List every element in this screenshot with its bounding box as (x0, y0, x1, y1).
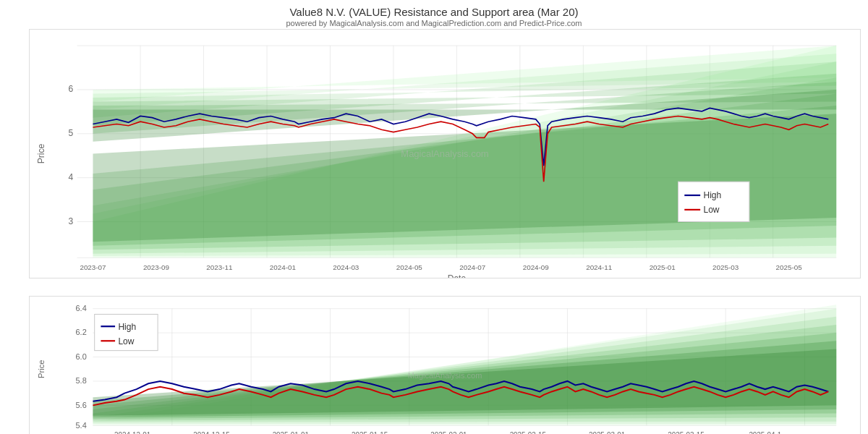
svg-text:5: 5 (68, 128, 73, 138)
svg-text:High: High (118, 321, 136, 331)
svg-text:2025-03-15: 2025-03-15 (668, 431, 705, 434)
svg-rect-47 (678, 182, 749, 221)
top-chart-wrapper: MagicalAnalysis.com (29, 29, 861, 278)
svg-text:2024-03: 2024-03 (333, 263, 359, 271)
svg-text:4: 4 (68, 172, 73, 182)
bottom-chart-wrapper: MagicalAnalysis.com 6 (29, 296, 861, 434)
svg-text:Low: Low (118, 336, 134, 346)
svg-text:2024-07: 2024-07 (459, 263, 485, 271)
svg-text:2023-09: 2023-09 (143, 263, 170, 271)
svg-text:2024-09: 2024-09 (523, 263, 550, 271)
svg-text:Price: Price (36, 143, 46, 163)
svg-text:Price: Price (37, 359, 46, 378)
svg-text:Date: Date (448, 273, 467, 278)
svg-text:2024-05: 2024-05 (396, 263, 423, 271)
svg-text:6: 6 (68, 84, 73, 94)
svg-text:2024-12-01: 2024-12-01 (114, 431, 151, 434)
svg-text:2024-11: 2024-11 (586, 263, 613, 271)
top-chart-svg: 6 5 4 3 2023-07 2023-09 2023-11 2024-01 … (30, 30, 860, 278)
svg-text:2023-11: 2023-11 (206, 263, 233, 271)
svg-text:Low: Low (704, 205, 720, 215)
svg-text:2025-02-15: 2025-02-15 (510, 431, 547, 434)
svg-text:High: High (704, 190, 722, 200)
svg-text:2025-03-01: 2025-03-01 (589, 431, 626, 434)
svg-text:6.2: 6.2 (76, 328, 87, 336)
svg-text:6.4: 6.4 (76, 304, 87, 312)
svg-text:2023-07: 2023-07 (80, 263, 106, 271)
svg-text:5.4: 5.4 (76, 420, 87, 429)
title-area: Value8 N.V. (VALUE) Resistance and Suppo… (0, 0, 868, 29)
main-title: Value8 N.V. (VALUE) Resistance and Suppo… (0, 6, 868, 18)
svg-text:2025-05: 2025-05 (776, 263, 803, 271)
svg-text:2024-01: 2024-01 (270, 263, 297, 271)
bottom-chart-svg: 6.4 6.2 6.0 5.8 5.6 5.4 2024-12-01 2024-… (30, 297, 860, 434)
svg-text:5.8: 5.8 (76, 376, 87, 385)
svg-text:2025-02-01: 2025-02-01 (430, 431, 467, 434)
svg-text:5.6: 5.6 (76, 401, 87, 409)
svg-text:2025-01-01: 2025-01-01 (273, 431, 310, 434)
subtitle: powered by MagicalAnalysis.com and Magic… (0, 19, 868, 27)
svg-text:2024-12-15: 2024-12-15 (193, 431, 230, 434)
page-container: Value8 N.V. (VALUE) Resistance and Suppo… (0, 0, 868, 434)
svg-text:6.0: 6.0 (76, 352, 87, 361)
charts-container: MagicalAnalysis.com (0, 29, 868, 434)
svg-marker-90 (93, 349, 836, 415)
svg-text:2025-01-15: 2025-01-15 (352, 431, 388, 434)
svg-text:3: 3 (68, 216, 73, 226)
svg-text:2025-01: 2025-01 (650, 263, 676, 271)
svg-text:2025-04-1: 2025-04-1 (749, 431, 781, 434)
svg-text:2025-03: 2025-03 (712, 263, 739, 271)
